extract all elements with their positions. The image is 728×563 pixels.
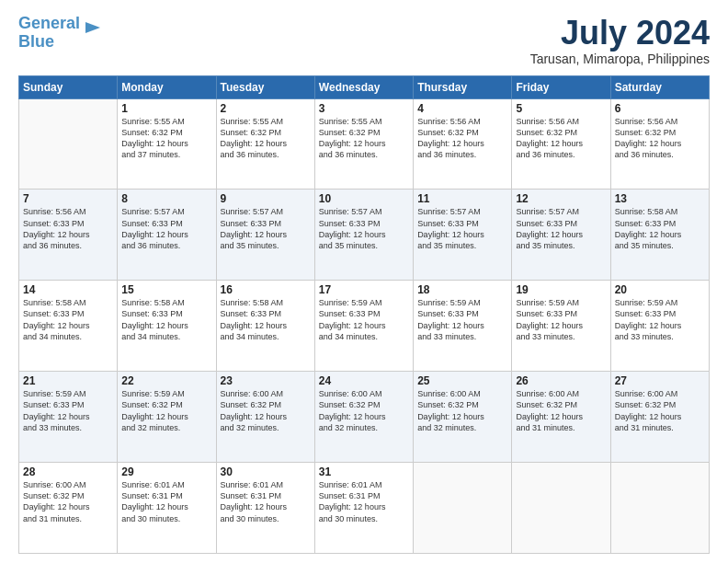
- header-cell-saturday: Saturday: [610, 75, 709, 98]
- calendar-week-1: 1Sunrise: 5:55 AM Sunset: 6:32 PM Daylig…: [19, 98, 710, 190]
- calendar-week-4: 21Sunrise: 5:59 AM Sunset: 6:33 PM Dayli…: [19, 372, 710, 463]
- calendar-cell: [414, 463, 512, 554]
- day-info: Sunrise: 5:55 AM Sunset: 6:32 PM Dayligh…: [319, 116, 409, 161]
- calendar-cell: 12Sunrise: 5:57 AM Sunset: 6:33 PM Dayli…: [512, 190, 610, 281]
- day-number: 11: [417, 192, 507, 205]
- calendar-cell: 6Sunrise: 5:56 AM Sunset: 6:32 PM Daylig…: [610, 98, 709, 190]
- day-info: Sunrise: 5:55 AM Sunset: 6:32 PM Dayligh…: [221, 116, 311, 161]
- calendar-cell: 19Sunrise: 5:59 AM Sunset: 6:33 PM Dayli…: [512, 281, 610, 372]
- day-info: Sunrise: 6:00 AM Sunset: 6:32 PM Dayligh…: [615, 388, 705, 433]
- day-info: Sunrise: 6:00 AM Sunset: 6:32 PM Dayligh…: [516, 388, 606, 433]
- day-number: 26: [516, 374, 606, 387]
- title-area: July 2024 Tarusan, Mimaropa, Philippines: [530, 15, 710, 66]
- logo: GeneralBlue: [18, 15, 102, 52]
- calendar-cell: 17Sunrise: 5:59 AM Sunset: 6:33 PM Dayli…: [314, 281, 413, 372]
- calendar-cell: 9Sunrise: 5:57 AM Sunset: 6:33 PM Daylig…: [216, 190, 314, 281]
- header-cell-tuesday: Tuesday: [216, 75, 314, 98]
- day-number: 10: [319, 192, 409, 205]
- calendar-cell: 10Sunrise: 5:57 AM Sunset: 6:33 PM Dayli…: [314, 190, 413, 281]
- day-number: 2: [221, 102, 311, 115]
- calendar-cell: 29Sunrise: 6:01 AM Sunset: 6:31 PM Dayli…: [118, 463, 216, 554]
- calendar-cell: 4Sunrise: 5:56 AM Sunset: 6:32 PM Daylig…: [414, 98, 512, 190]
- calendar-cell: 18Sunrise: 5:59 AM Sunset: 6:33 PM Dayli…: [414, 281, 512, 372]
- day-info: Sunrise: 5:57 AM Sunset: 6:33 PM Dayligh…: [121, 206, 211, 251]
- calendar-cell: 20Sunrise: 5:59 AM Sunset: 6:33 PM Dayli…: [610, 281, 709, 372]
- day-number: 27: [615, 374, 705, 387]
- location: Tarusan, Mimaropa, Philippines: [530, 52, 710, 66]
- day-info: Sunrise: 5:59 AM Sunset: 6:32 PM Dayligh…: [121, 388, 211, 433]
- calendar-cell: 27Sunrise: 6:00 AM Sunset: 6:32 PM Dayli…: [610, 372, 709, 463]
- calendar-cell: 8Sunrise: 5:57 AM Sunset: 6:33 PM Daylig…: [118, 190, 216, 281]
- calendar-cell: 21Sunrise: 5:59 AM Sunset: 6:33 PM Dayli…: [19, 372, 118, 463]
- calendar-cell: 25Sunrise: 6:00 AM Sunset: 6:32 PM Dayli…: [414, 372, 512, 463]
- calendar-table: SundayMondayTuesdayWednesdayThursdayFrid…: [18, 75, 710, 554]
- day-number: 12: [516, 192, 606, 205]
- day-info: Sunrise: 5:55 AM Sunset: 6:32 PM Dayligh…: [121, 116, 211, 161]
- day-number: 31: [319, 465, 409, 478]
- day-info: Sunrise: 5:58 AM Sunset: 6:33 PM Dayligh…: [121, 297, 211, 342]
- day-number: 23: [221, 374, 311, 387]
- logo-icon: [84, 18, 102, 37]
- header-cell-friday: Friday: [512, 75, 610, 98]
- day-number: 3: [319, 102, 409, 115]
- day-info: Sunrise: 6:01 AM Sunset: 6:31 PM Dayligh…: [319, 479, 409, 524]
- day-info: Sunrise: 5:59 AM Sunset: 6:33 PM Dayligh…: [516, 297, 606, 342]
- day-number: 14: [23, 283, 113, 296]
- calendar-cell: 31Sunrise: 6:01 AM Sunset: 6:31 PM Dayli…: [314, 463, 413, 554]
- header: GeneralBlue July 2024 Tarusan, Mimaropa,…: [18, 15, 710, 66]
- day-info: Sunrise: 5:57 AM Sunset: 6:33 PM Dayligh…: [221, 206, 311, 251]
- day-info: Sunrise: 6:00 AM Sunset: 6:32 PM Dayligh…: [23, 479, 113, 524]
- day-number: 13: [615, 192, 705, 205]
- calendar-cell: 23Sunrise: 6:00 AM Sunset: 6:32 PM Dayli…: [216, 372, 314, 463]
- day-info: Sunrise: 5:56 AM Sunset: 6:33 PM Dayligh…: [23, 206, 113, 251]
- calendar-body: 1Sunrise: 5:55 AM Sunset: 6:32 PM Daylig…: [19, 98, 710, 553]
- calendar-week-3: 14Sunrise: 5:58 AM Sunset: 6:33 PM Dayli…: [19, 281, 710, 372]
- calendar-cell: 26Sunrise: 6:00 AM Sunset: 6:32 PM Dayli…: [512, 372, 610, 463]
- calendar-cell: 28Sunrise: 6:00 AM Sunset: 6:32 PM Dayli…: [19, 463, 118, 554]
- calendar-cell: 2Sunrise: 5:55 AM Sunset: 6:32 PM Daylig…: [216, 98, 314, 190]
- day-info: Sunrise: 5:58 AM Sunset: 6:33 PM Dayligh…: [221, 297, 311, 342]
- day-info: Sunrise: 5:56 AM Sunset: 6:32 PM Dayligh…: [417, 116, 507, 161]
- calendar-cell: 11Sunrise: 5:57 AM Sunset: 6:33 PM Dayli…: [414, 190, 512, 281]
- day-info: Sunrise: 5:59 AM Sunset: 6:33 PM Dayligh…: [417, 297, 507, 342]
- day-number: 16: [221, 283, 311, 296]
- calendar-cell: 24Sunrise: 6:00 AM Sunset: 6:32 PM Dayli…: [314, 372, 413, 463]
- logo-text: GeneralBlue: [18, 15, 80, 52]
- day-info: Sunrise: 6:00 AM Sunset: 6:32 PM Dayligh…: [319, 388, 409, 433]
- day-number: 30: [221, 465, 311, 478]
- day-number: 1: [121, 102, 211, 115]
- calendar-cell: 1Sunrise: 5:55 AM Sunset: 6:32 PM Daylig…: [118, 98, 216, 190]
- day-info: Sunrise: 6:00 AM Sunset: 6:32 PM Dayligh…: [417, 388, 507, 433]
- day-number: 9: [221, 192, 311, 205]
- calendar-cell: 5Sunrise: 5:56 AM Sunset: 6:32 PM Daylig…: [512, 98, 610, 190]
- day-number: 17: [319, 283, 409, 296]
- day-number: 29: [121, 465, 211, 478]
- day-number: 24: [319, 374, 409, 387]
- day-info: Sunrise: 6:00 AM Sunset: 6:32 PM Dayligh…: [221, 388, 311, 433]
- month-title: July 2024: [530, 15, 710, 52]
- calendar-cell: 22Sunrise: 5:59 AM Sunset: 6:32 PM Dayli…: [118, 372, 216, 463]
- day-number: 19: [516, 283, 606, 296]
- header-cell-thursday: Thursday: [414, 75, 512, 98]
- calendar-cell: 16Sunrise: 5:58 AM Sunset: 6:33 PM Dayli…: [216, 281, 314, 372]
- calendar-header: SundayMondayTuesdayWednesdayThursdayFrid…: [19, 75, 710, 98]
- svg-marker-0: [85, 22, 100, 33]
- day-info: Sunrise: 5:57 AM Sunset: 6:33 PM Dayligh…: [417, 206, 507, 251]
- calendar-week-5: 28Sunrise: 6:00 AM Sunset: 6:32 PM Dayli…: [19, 463, 710, 554]
- calendar-cell: [19, 98, 118, 190]
- day-info: Sunrise: 5:56 AM Sunset: 6:32 PM Dayligh…: [516, 116, 606, 161]
- day-number: 28: [23, 465, 113, 478]
- day-number: 21: [23, 374, 113, 387]
- day-info: Sunrise: 5:59 AM Sunset: 6:33 PM Dayligh…: [319, 297, 409, 342]
- calendar-week-2: 7Sunrise: 5:56 AM Sunset: 6:33 PM Daylig…: [19, 190, 710, 281]
- day-info: Sunrise: 5:57 AM Sunset: 6:33 PM Dayligh…: [319, 206, 409, 251]
- calendar-cell: 15Sunrise: 5:58 AM Sunset: 6:33 PM Dayli…: [118, 281, 216, 372]
- day-number: 5: [516, 102, 606, 115]
- page: GeneralBlue July 2024 Tarusan, Mimaropa,…: [0, 0, 728, 563]
- day-number: 4: [417, 102, 507, 115]
- day-number: 20: [615, 283, 705, 296]
- day-info: Sunrise: 5:58 AM Sunset: 6:33 PM Dayligh…: [23, 297, 113, 342]
- day-info: Sunrise: 6:01 AM Sunset: 6:31 PM Dayligh…: [221, 479, 311, 524]
- calendar-cell: 14Sunrise: 5:58 AM Sunset: 6:33 PM Dayli…: [19, 281, 118, 372]
- calendar-cell: 7Sunrise: 5:56 AM Sunset: 6:33 PM Daylig…: [19, 190, 118, 281]
